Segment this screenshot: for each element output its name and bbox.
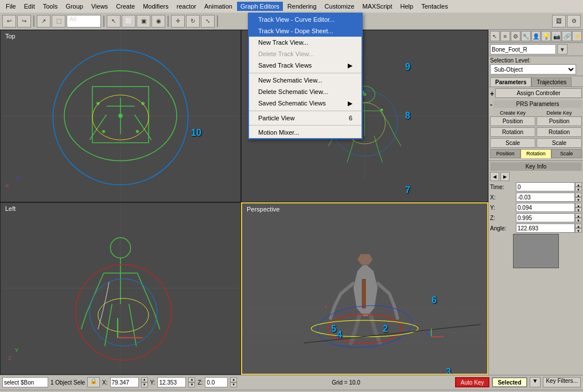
panel-icon-9[interactable]: ⚡ [572,31,582,41]
plus-icon[interactable]: + [490,90,494,98]
y-up-btn[interactable]: ▲ [575,203,582,207]
scale-btn[interactable]: ⤡ [201,15,215,28]
menu-animation[interactable]: Animation [201,2,236,11]
filter-dropdown[interactable]: All [67,15,101,28]
maxscript-input[interactable] [2,377,48,387]
angle-down-btn[interactable]: ▼ [575,228,582,233]
menu-edit[interactable]: Edit [21,2,38,11]
y-down-btn[interactable]: ▼ [575,207,582,212]
tab-trajectories[interactable]: Trajectories [531,77,572,87]
select-btn[interactable]: ↗ [37,15,50,28]
menu-item-new-track[interactable]: New Track View... [249,37,362,48]
menu-reactor[interactable]: reactor [173,2,200,11]
panel-icon-6[interactable]: 💡 [541,31,551,41]
auto-key-btn[interactable]: Auto Key [455,377,490,387]
delete-key-rotation-btn[interactable]: Rotation [537,127,582,137]
menu-item-motion-mixer[interactable]: Motion Mixer... [249,127,362,138]
coord-z-input[interactable] [205,377,228,387]
x-down-btn[interactable]: ▼ [575,197,582,202]
menu-file[interactable]: File [2,2,20,11]
menu-tentacles[interactable]: Tentacles [418,2,451,11]
time-up-btn[interactable]: ▲ [575,182,582,187]
menu-modifiers[interactable]: Modifiers [139,2,172,11]
x-up-btn[interactable]: ▲ [575,193,582,197]
x-coord-up[interactable]: ▲ [141,377,148,382]
rect-btn[interactable]: ▣ [137,15,150,28]
z-coord-up[interactable]: ▲ [230,377,237,382]
time-down-btn[interactable]: ▼ [575,187,582,191]
menu-tools[interactable]: Tools [40,2,61,11]
move-btn[interactable]: ✛ [171,15,185,28]
menu-item-dope-sheet[interactable]: Track View - Dope Sheet... [249,25,362,37]
undo-btn[interactable]: ↩ [2,15,16,28]
prs-tab-position[interactable]: Position [490,149,520,158]
y-coord-up[interactable]: ▲ [188,377,195,382]
prs-tab-scale[interactable]: Scale [551,149,582,158]
rotate-btn[interactable]: ↻ [186,15,200,28]
create-key-position-btn[interactable]: Position [490,116,535,126]
redo-btn[interactable]: ↪ [17,15,31,28]
panel-icon-3[interactable]: ⚙ [511,31,520,41]
menu-item-particle-view[interactable]: Particle View 6 [249,112,362,124]
viewport-top[interactable]: Top [0,30,241,202]
selected-btn[interactable]: Selected [492,377,527,387]
bone-name-input[interactable] [490,44,556,54]
bone-select-btn[interactable]: ▼ [557,44,568,54]
assign-controller-btn[interactable]: Assign Controller [495,88,582,98]
y-coord-down[interactable]: ▼ [188,382,195,387]
menu-rendering[interactable]: Rendering [284,2,320,11]
circle-btn[interactable]: ◉ [151,15,165,28]
angle-up-btn[interactable]: ▲ [575,224,582,228]
menu-group[interactable]: Group [62,2,87,11]
panel-icon-4[interactable]: 🔧 [521,31,531,41]
select-obj-btn[interactable]: ↖ [107,15,121,28]
panel-icon-7[interactable]: 📷 [551,31,561,41]
z-down-btn[interactable]: ▼ [575,218,582,222]
y-input[interactable] [516,203,575,212]
x-coord-down[interactable]: ▼ [141,382,148,387]
minus-icon[interactable]: - [490,101,492,109]
menu-help[interactable]: Help [397,2,417,11]
create-key-rotation-btn[interactable]: Rotation [490,127,535,137]
selection-level-dropdown[interactable]: Sub-Object [490,64,576,75]
menu-graph-editors[interactable]: Graph Editors [237,2,283,11]
z-coord-down[interactable]: ▼ [230,382,237,387]
menu-item-curve-editor[interactable]: Track View - Curve Editor... [249,14,362,25]
lock-btn[interactable]: 🔒 [87,377,100,387]
create-key-scale-btn[interactable]: Scale [490,138,535,148]
selected-dropdown-btn[interactable]: ▼ [530,377,541,387]
menu-item-delete-schematic[interactable]: Delete Schematic View... [249,86,362,97]
viewport-perspective[interactable]: Perspective [241,202,488,375]
panel-icon-1[interactable]: ↖ [490,31,500,41]
select-region-btn[interactable]: ⬚ [52,15,65,28]
delete-key-position-btn[interactable]: Position [537,116,582,126]
panel-icon-5[interactable]: 👤 [531,31,541,41]
key-nav-next-btn[interactable]: ▶ [500,172,510,181]
viewport-left[interactable]: Left [0,202,241,375]
key-nav-prev-btn[interactable]: ◀ [490,172,499,181]
panel-icon-2[interactable]: ≡ [500,31,510,41]
menu-views[interactable]: Views [88,2,111,11]
x-input[interactable] [516,193,575,202]
render-btn[interactable]: 🖼 [552,15,566,28]
menu-item-saved-track[interactable]: Saved Track Views ▶ [249,60,362,72]
svg-line-56 [425,331,432,337]
angle-input[interactable] [516,224,575,233]
menu-item-new-schematic[interactable]: New Schematic View... [249,75,362,86]
select-region2-btn[interactable]: ⬜ [122,15,135,28]
key-filters-btn[interactable]: Key Filters... [543,377,581,387]
delete-key-scale-btn[interactable]: Scale [537,138,582,148]
menu-item-saved-schematic[interactable]: Saved Schematic Views ▶ [249,97,362,109]
z-input[interactable] [516,213,575,222]
z-up-btn[interactable]: ▲ [575,213,582,218]
menu-create[interactable]: Create [112,2,138,11]
menu-customize[interactable]: Customize [321,2,358,11]
coord-x-input[interactable] [110,377,139,387]
coord-y-input[interactable] [157,377,186,387]
time-input[interactable] [516,182,575,191]
panel-icon-8[interactable]: 🔗 [562,31,572,41]
prs-tab-rotation[interactable]: Rotation [520,149,551,158]
menu-maxscript[interactable]: MAXScript [359,2,396,11]
tab-parameters[interactable]: Parameters [490,77,531,87]
render-settings-btn[interactable]: ⚙ [567,15,581,28]
